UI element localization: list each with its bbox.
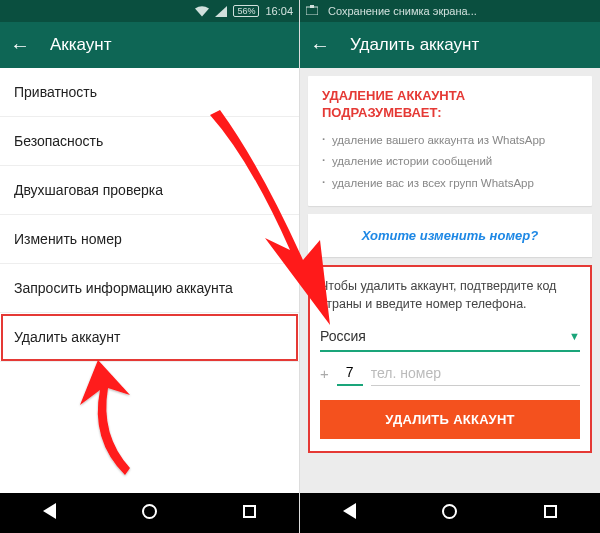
dropdown-caret-icon: ▼	[569, 330, 580, 342]
warning-bullet: удаление истории сообщений	[322, 151, 578, 173]
wifi-icon	[195, 6, 209, 17]
back-arrow-icon[interactable]: ←	[310, 35, 330, 55]
menu-item-privacy[interactable]: Приватность	[0, 68, 299, 117]
menu-item-request-info[interactable]: Запросить информацию аккаунта	[0, 264, 299, 313]
menu-item-change-number[interactable]: Изменить номер	[0, 215, 299, 264]
warning-bullets: удаление вашего аккаунта из WhatsApp уда…	[322, 130, 578, 195]
android-nav-bar	[300, 493, 600, 533]
nav-recent-button[interactable]	[544, 504, 557, 522]
warning-heading: УДАЛЕНИЕ АККАУНТА ПОДРАЗУМЕВАЕТ:	[322, 88, 578, 122]
warning-bullet: удаление вашего аккаунта из WhatsApp	[322, 130, 578, 152]
warning-bullet: удаление вас из всех групп WhatsApp	[322, 173, 578, 195]
action-bar: ← Аккаунт	[0, 22, 299, 68]
plus-sign: +	[320, 365, 329, 386]
menu-item-delete-account[interactable]: Удалить аккаунт	[0, 313, 299, 362]
change-number-link[interactable]: Хотите изменить номер?	[308, 214, 592, 257]
country-code-input[interactable]	[337, 362, 363, 386]
android-nav-bar	[0, 493, 299, 533]
status-bar: 56% 16:04	[0, 0, 299, 22]
battery-indicator: 56%	[233, 5, 259, 17]
page-title: Аккаунт	[50, 35, 112, 55]
status-bar: Сохранение снимка экрана...	[300, 0, 600, 22]
nav-back-button[interactable]	[43, 503, 56, 523]
nav-back-button[interactable]	[343, 503, 356, 523]
nav-recent-button[interactable]	[243, 504, 256, 522]
confirm-instructions: Чтобы удалить аккаунт, подтвердите код с…	[320, 277, 580, 313]
confirm-delete-card: Чтобы удалить аккаунт, подтвердите код с…	[308, 265, 592, 452]
svg-rect-0	[306, 7, 318, 15]
clock: 16:04	[265, 5, 293, 17]
country-name: Россия	[320, 328, 366, 344]
menu-item-two-step[interactable]: Двухшаговая проверка	[0, 166, 299, 215]
screen-account: 56% 16:04 ← Аккаунт Приватность Безопасн…	[0, 0, 300, 533]
signal-icon	[215, 6, 227, 17]
phone-number-input[interactable]	[371, 363, 580, 386]
page-title: Удалить аккаунт	[350, 35, 479, 55]
screen-delete-account: Сохранение снимка экрана... ← Удалить ак…	[300, 0, 600, 533]
warning-card: УДАЛЕНИЕ АККАУНТА ПОДРАЗУМЕВАЕТ: удалени…	[308, 76, 592, 206]
back-arrow-icon[interactable]: ←	[10, 35, 30, 55]
menu-item-security[interactable]: Безопасность	[0, 117, 299, 166]
battery-percent: 56%	[237, 6, 255, 16]
svg-rect-1	[310, 5, 314, 8]
phone-input-row: +	[320, 362, 580, 386]
delete-account-button[interactable]: УДАЛИТЬ АККАУНТ	[320, 400, 580, 439]
country-selector[interactable]: Россия ▼	[320, 324, 580, 352]
account-menu-list: Приватность Безопасность Двухшаговая про…	[0, 68, 299, 493]
screenshot-save-icon	[306, 5, 318, 17]
nav-home-button[interactable]	[142, 504, 157, 523]
screenshot-save-text: Сохранение снимка экрана...	[328, 5, 477, 17]
action-bar: ← Удалить аккаунт	[300, 22, 600, 68]
delete-account-body: УДАЛЕНИЕ АККАУНТА ПОДРАЗУМЕВАЕТ: удалени…	[300, 68, 600, 493]
nav-home-button[interactable]	[442, 504, 457, 523]
